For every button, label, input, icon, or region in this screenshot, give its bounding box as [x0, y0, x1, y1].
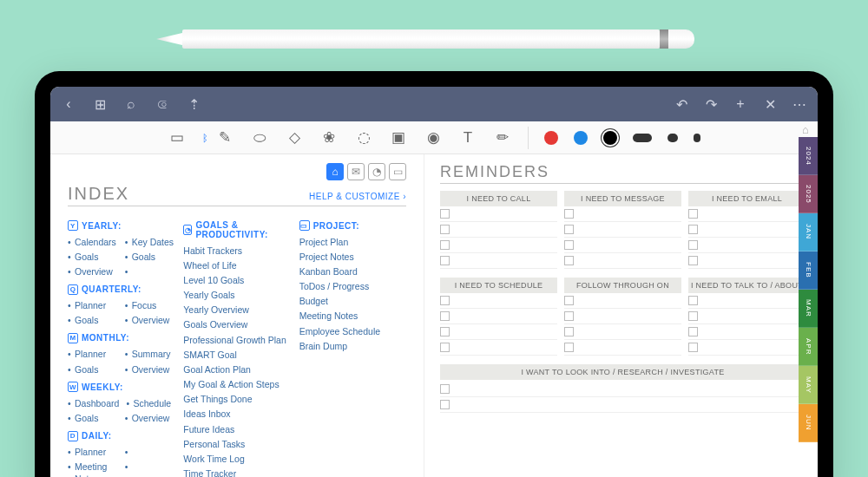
side-tab[interactable]: APR: [799, 328, 818, 366]
side-tab[interactable]: 2024: [799, 137, 818, 175]
tool-8[interactable]: T: [458, 128, 477, 147]
index-link[interactable]: Professional Growth Plan: [183, 332, 290, 347]
reminder-row[interactable]: [564, 222, 681, 238]
more-icon[interactable]: ⋯: [792, 96, 807, 112]
side-tab[interactable]: FEB: [799, 252, 818, 290]
index-link[interactable]: [125, 264, 175, 266]
reminder-row[interactable]: [440, 324, 557, 340]
reminder-row[interactable]: [440, 206, 557, 222]
checkbox[interactable]: [440, 225, 450, 234]
reminder-row[interactable]: [688, 309, 806, 324]
index-link[interactable]: ToDos / Progress: [299, 279, 406, 294]
reminder-row[interactable]: [564, 340, 681, 356]
index-link[interactable]: Schedule: [126, 395, 174, 410]
checkbox[interactable]: [440, 400, 450, 409]
index-link[interactable]: Goals: [68, 410, 118, 425]
reminder-row[interactable]: [688, 238, 806, 253]
index-link[interactable]: Summary: [125, 347, 175, 362]
index-link[interactable]: Budget: [299, 294, 406, 309]
stroke-size[interactable]: [667, 134, 678, 142]
index-link[interactable]: Work Time Log: [183, 451, 290, 466]
index-link[interactable]: Yearly Overview: [183, 303, 290, 317]
index-link[interactable]: Overview: [125, 410, 175, 425]
index-link[interactable]: My Goal & Action Steps: [183, 377, 290, 392]
index-link[interactable]: Brain Dump: [299, 338, 406, 353]
index-link[interactable]: Overview: [125, 362, 175, 376]
help-link[interactable]: HELP & CUSTOMIZE ›: [309, 192, 406, 201]
index-link[interactable]: Wheel of Life: [183, 258, 290, 272]
checkbox[interactable]: [564, 256, 574, 265]
stroke-size[interactable]: [633, 134, 652, 142]
checkbox[interactable]: [440, 343, 450, 352]
index-link[interactable]: Overview: [68, 264, 118, 278]
checkbox[interactable]: [440, 296, 450, 305]
index-link[interactable]: Calendars: [68, 234, 118, 249]
index-link[interactable]: Key Dates: [125, 234, 175, 249]
checkbox[interactable]: [688, 225, 698, 234]
checkbox[interactable]: [440, 384, 450, 394]
index-link[interactable]: Habit Trackers: [183, 243, 290, 258]
checkbox[interactable]: [688, 209, 698, 219]
reminder-row[interactable]: [564, 309, 681, 324]
tool-9[interactable]: ✏: [493, 128, 512, 147]
reminder-row[interactable]: [564, 238, 681, 253]
index-link[interactable]: Project Plan: [299, 234, 406, 249]
index-link[interactable]: Personal Tasks: [183, 436, 290, 451]
reminder-row[interactable]: [688, 340, 806, 356]
reminder-row[interactable]: [440, 382, 806, 397]
checkbox[interactable]: [688, 343, 698, 352]
tool-0[interactable]: ▭: [168, 128, 187, 147]
reminder-row[interactable]: [688, 222, 806, 238]
tool-7[interactable]: ◉: [424, 128, 443, 147]
reminder-row[interactable]: [564, 324, 681, 340]
index-link[interactable]: Ideas Inbox: [183, 407, 290, 421]
index-link[interactable]: Planner: [68, 445, 118, 460]
index-link[interactable]: Focus: [125, 298, 175, 313]
index-link[interactable]: Goals: [125, 249, 175, 264]
mini-tab[interactable]: ◔: [368, 163, 385, 180]
redo-icon[interactable]: ↷: [703, 96, 719, 112]
checkbox[interactable]: [440, 256, 450, 265]
search-icon[interactable]: ⌕: [123, 96, 139, 112]
reminder-row[interactable]: [688, 324, 806, 340]
mini-tab[interactable]: ⌂: [326, 163, 344, 180]
tool-1[interactable]: ✎: [215, 128, 234, 147]
index-link[interactable]: [125, 460, 175, 462]
color-swatch[interactable]: [603, 131, 617, 145]
checkbox[interactable]: [688, 296, 698, 305]
checkbox[interactable]: [440, 209, 450, 219]
side-tab[interactable]: JUN: [799, 404, 818, 442]
index-link[interactable]: Meeting Notes: [68, 460, 118, 477]
add-icon[interactable]: +: [733, 96, 748, 112]
reminder-row[interactable]: [564, 206, 681, 222]
share-icon[interactable]: ⇡: [186, 96, 201, 112]
reminder-row[interactable]: [440, 253, 557, 269]
home-icon[interactable]: ⌂: [802, 123, 814, 135]
index-link[interactable]: Goals Overview: [183, 317, 290, 332]
tool-6[interactable]: ▣: [389, 128, 408, 147]
index-link[interactable]: Goals: [68, 313, 118, 328]
side-tab[interactable]: MAR: [799, 290, 818, 328]
index-link[interactable]: SMART Goal: [183, 347, 290, 362]
undo-icon[interactable]: ↶: [674, 96, 689, 112]
index-link[interactable]: Future Ideas: [183, 421, 290, 436]
tool-2[interactable]: ⬭: [250, 128, 269, 147]
mini-tab[interactable]: ▭: [389, 163, 406, 180]
color-swatch[interactable]: [544, 131, 558, 145]
checkbox[interactable]: [564, 327, 574, 337]
reminder-row[interactable]: [688, 253, 806, 269]
checkbox[interactable]: [688, 256, 698, 265]
side-tab[interactable]: MAY: [799, 366, 818, 404]
index-link[interactable]: Yearly Goals: [183, 288, 290, 303]
index-link[interactable]: Overview: [125, 313, 175, 328]
checkbox[interactable]: [564, 343, 574, 352]
checkbox[interactable]: [564, 225, 574, 234]
reminder-row[interactable]: [440, 293, 557, 309]
stroke-size[interactable]: [694, 134, 700, 142]
close-icon[interactable]: ✕: [762, 96, 778, 112]
checkbox[interactable]: [440, 240, 450, 250]
side-tab[interactable]: JAN: [799, 213, 818, 252]
reminder-row[interactable]: [564, 293, 681, 309]
index-link[interactable]: Project Notes: [299, 249, 406, 264]
checkbox[interactable]: [440, 327, 450, 337]
